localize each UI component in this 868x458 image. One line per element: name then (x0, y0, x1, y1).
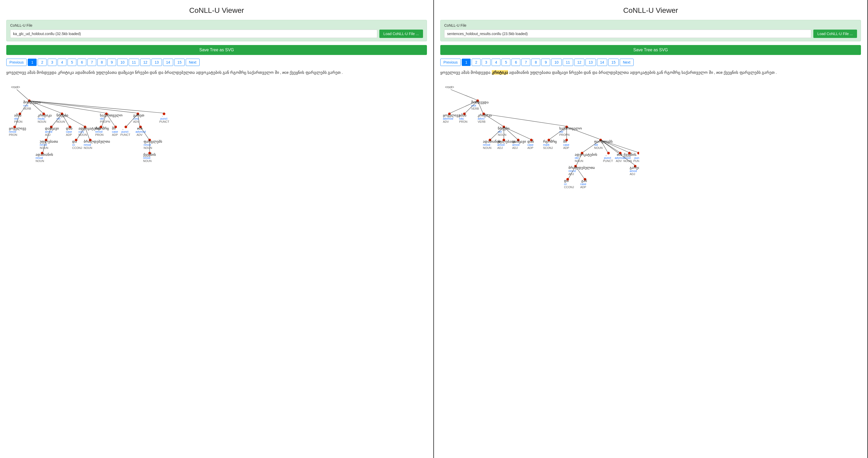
left-tree-svg: <root> მოსდევდა root VERB ამას obj PRON … (6, 80, 179, 195)
right-rel-gan: case (580, 182, 586, 186)
left-word-punct2: . (162, 113, 163, 117)
left-pos-punct2: PUNCT (159, 120, 169, 123)
left-rel-punct2: punct (160, 117, 167, 120)
left-file-section: CoNLL-U File Load CoNLL-U File ... (6, 20, 427, 41)
right-page-15[interactable]: 15 (608, 59, 619, 66)
right-tree-container: <root> მოსდევდა root VERB ყოველივე advmo… (440, 80, 861, 235)
left-page-3[interactable]: 3 (48, 59, 57, 66)
right-pagination: Previous 1 2 3 4 5 6 7 8 9 10 11 12 13 1… (440, 59, 861, 66)
right-page-1[interactable]: 1 (462, 59, 471, 66)
left-page-9[interactable]: 9 (107, 59, 116, 66)
left-rel-nreebi: obl (57, 117, 60, 120)
right-pos-shi: ADP (563, 146, 569, 149)
left-rel-brald: nmod (84, 143, 91, 146)
right-page-4[interactable]: 4 (492, 59, 500, 66)
left-rel-da: cc (72, 143, 75, 146)
left-rel-yov: nmod (9, 130, 16, 133)
left-page-10[interactable]: 10 (117, 59, 128, 66)
right-word-da: და (564, 179, 569, 183)
right-page-11[interactable]: 11 (563, 59, 573, 66)
right-edge-kritika-saqarth (484, 114, 566, 126)
right-root-label: <root> (445, 85, 454, 89)
left-page-7[interactable]: 7 (87, 59, 96, 66)
left-pos-qvey: NOUN (143, 159, 152, 162)
left-page-5[interactable]: 5 (67, 59, 76, 66)
right-dot-punct1 (607, 152, 610, 154)
right-page-13[interactable]: 13 (586, 59, 596, 66)
right-pos-upleba: ADJ (497, 146, 503, 149)
right-page-3[interactable]: 3 (482, 59, 491, 66)
right-word-punct1: , (606, 153, 607, 156)
right-page-14[interactable]: 14 (597, 59, 608, 66)
right-page-9[interactable]: 9 (541, 59, 550, 66)
left-file-label: CoNLL-U File (10, 23, 423, 28)
left-page-12[interactable]: 12 (140, 59, 151, 66)
right-page-7[interactable]: 7 (521, 59, 530, 66)
right-edge-root-mosdeva (451, 90, 477, 100)
right-pos-saqarth: PROPN (559, 133, 569, 136)
left-edge-nreebi-advok (62, 114, 84, 126)
left-page-2[interactable]: 2 (38, 59, 46, 66)
right-rel-punct2: punct (634, 156, 639, 159)
left-pagination: Previous 1 2 3 4 5 6 7 8 9 10 11 12 13 1… (6, 59, 427, 66)
left-prev-button[interactable]: Previous (6, 59, 27, 66)
left-load-button[interactable]: Load CoNLL-U File ... (379, 30, 423, 38)
right-page-5[interactable]: 5 (501, 59, 510, 66)
right-file-input[interactable] (444, 30, 811, 38)
right-rel-advok: obl (575, 156, 579, 159)
right-pos-rgom: SCONJ (543, 146, 553, 149)
left-page-13[interactable]: 13 (152, 59, 162, 66)
right-word-punct2: . (636, 153, 637, 156)
left-pos-ise: ADV (136, 133, 143, 136)
right-word-ise: исе (617, 153, 622, 156)
right-edge-kritika-nreebi (484, 114, 503, 126)
right-edge-pargl-punct2 (601, 140, 638, 152)
right-page-8[interactable]: 8 (531, 59, 540, 66)
right-pos-yov: ADV (443, 120, 449, 123)
left-page-8[interactable]: 8 (97, 59, 106, 66)
left-page-15[interactable]: 15 (174, 59, 185, 66)
left-pos-damtsavi: ADJ (45, 133, 51, 136)
right-save-button[interactable]: Save Tree as SVG (440, 45, 861, 55)
right-pos-da: CCONJ (564, 186, 574, 189)
left-next-button[interactable]: Next (186, 59, 199, 66)
left-pos-saqarth: PROPN (100, 120, 110, 123)
right-pos-nreebi: NOUN (498, 133, 506, 136)
right-pos-garet: ADJ (630, 173, 635, 176)
left-rel-damtsavi: amod (45, 130, 52, 133)
left-page-6[interactable]: 6 (78, 59, 86, 66)
left-word-da: და (72, 140, 77, 144)
left-rel-dan: case (66, 130, 72, 133)
right-next-button[interactable]: Next (620, 59, 633, 66)
left-page-1[interactable]: 1 (28, 59, 37, 66)
left-file-input[interactable] (10, 30, 377, 38)
left-page-4[interactable]: 4 (58, 59, 66, 66)
right-rel-shi: case (563, 143, 569, 146)
right-file-row: Load CoNLL-U File ... (444, 30, 857, 38)
left-save-button[interactable]: Save Tree as SVG (6, 45, 427, 55)
left-page-11[interactable]: 11 (129, 59, 139, 66)
right-load-button[interactable]: Load CoNLL-U File ... (813, 30, 857, 38)
left-pos-adam: NOUN (36, 159, 44, 162)
right-rel-yov: advmod (443, 117, 453, 120)
right-pos-gan: ADP (580, 186, 586, 189)
left-rel-punct1: punct (121, 130, 128, 133)
right-page-10[interactable]: 10 (551, 59, 562, 66)
right-pos-damtsavi: ADJ (512, 146, 518, 149)
left-page-14[interactable]: 14 (163, 59, 174, 66)
right-page-6[interactable]: 6 (512, 59, 520, 66)
left-pos-rgom: PRON (95, 133, 103, 136)
left-rel-adam: nmod (36, 156, 43, 159)
left-pos-dan: ADP (66, 133, 72, 136)
right-page-2[interactable]: 2 (472, 59, 480, 66)
right-rel-qvey: nmod (623, 156, 631, 159)
left-pos-shi: ADP (112, 133, 118, 136)
right-pos-punct2: PUNCT (633, 159, 639, 162)
left-pos-garet: ADV (133, 120, 139, 123)
right-edge-nreebi-dan (504, 127, 530, 139)
left-dot-punct1 (125, 126, 127, 128)
right-page-12[interactable]: 12 (574, 59, 585, 66)
right-prev-button[interactable]: Previous (440, 59, 461, 66)
right-file-label: CoNLL-U File (444, 23, 857, 28)
left-dot-punct2 (163, 113, 165, 115)
